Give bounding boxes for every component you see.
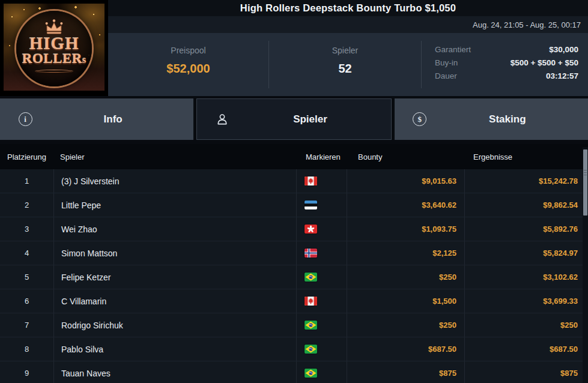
canada-flag-icon xyxy=(305,176,317,185)
player-name-cell: Rodrigo Sirichuk xyxy=(54,313,297,337)
brazil-flag-icon xyxy=(305,273,317,282)
tab-spieler-label: Spieler xyxy=(229,113,390,125)
prizepool-value: $52,000 xyxy=(166,62,210,76)
info-icon: i xyxy=(18,112,32,127)
rank-cell: 5 xyxy=(0,265,54,289)
result-cell: $15,242.78 xyxy=(465,169,583,193)
tab-staking[interactable]: $ Staking xyxy=(395,98,588,140)
player-name-cell: Tauan Naves xyxy=(54,361,297,383)
bounty-cell: $687.50 xyxy=(347,337,465,361)
high-rollers-logo: HIGH ROLLERs xyxy=(0,0,108,96)
column-header-ergebnisse: Ergebnisse xyxy=(473,147,512,169)
result-cell: $875 xyxy=(465,361,583,383)
duration-value: 03:12:57 xyxy=(546,71,578,80)
canada-flag-icon xyxy=(305,297,317,306)
player-name-cell: Wei Zhao xyxy=(54,217,297,241)
tab-spieler[interactable]: Spieler xyxy=(196,98,391,140)
table-row[interactable]: 4Simon Mattson$2,125$5,824.97 xyxy=(0,241,583,265)
column-header-markieren: Markieren xyxy=(306,147,341,169)
player-name-cell: Felipe Ketzer xyxy=(54,265,297,289)
tab-info[interactable]: i Info xyxy=(0,98,193,140)
guaranteed-row: Garantiert $30,000 xyxy=(435,43,578,56)
bounty-cell: $1,093.75 xyxy=(347,217,465,241)
title-bar: High Rollers Deepstack Bounty Turbo $1,0… xyxy=(108,0,588,16)
buyin-value: $500 + $500 + $50 xyxy=(511,58,578,67)
rank-cell: 7 xyxy=(0,313,54,337)
table-row[interactable]: 8Pablo Silva$687.50$687.50 xyxy=(0,337,583,361)
table-row[interactable]: 5Felipe Ketzer$250$3,102.62 xyxy=(0,265,583,289)
player-name-cell: (3) J Silverstein xyxy=(54,169,297,193)
rank-cell: 2 xyxy=(0,193,54,217)
hongkong-flag-icon xyxy=(305,225,317,234)
brazil-flag-icon xyxy=(305,369,317,378)
result-cell: $9,862.54 xyxy=(465,193,583,217)
result-cell: $5,824.97 xyxy=(465,241,583,265)
country-flag-cell xyxy=(297,313,347,337)
country-flag-cell xyxy=(297,361,347,383)
result-cell: $3,699.33 xyxy=(465,289,583,313)
logo-badge: HIGH ROLLERs xyxy=(16,11,92,86)
brazil-flag-icon xyxy=(305,321,317,330)
country-flag-cell xyxy=(297,265,347,289)
rank-cell: 8 xyxy=(0,337,54,361)
prizepool-stat: Preispool $52,000 xyxy=(108,33,268,96)
tab-bar: i Info Spieler $ Staking xyxy=(0,98,588,140)
norway-flag-icon xyxy=(305,249,317,258)
tournament-window: HIGH ROLLERs High Rollers Deepstack Boun… xyxy=(0,0,588,383)
logo-flourish xyxy=(35,70,73,73)
tournament-details: Garantiert $30,000 Buy-in $500 + $500 + … xyxy=(422,33,588,96)
prizepool-label: Preispool xyxy=(171,46,205,55)
rank-cell: 4 xyxy=(0,241,54,265)
players-value: 52 xyxy=(338,62,351,76)
bounty-cell: $250 xyxy=(347,313,465,337)
duration-label: Dauer xyxy=(435,71,457,80)
result-cell: $3,102.62 xyxy=(465,265,583,289)
country-flag-cell xyxy=(297,337,347,361)
tab-staking-label: Staking xyxy=(427,113,588,125)
player-name-cell: Pablo Silva xyxy=(54,337,297,361)
rank-cell: 9 xyxy=(0,361,54,383)
country-flag-cell xyxy=(297,241,347,265)
rank-cell: 6 xyxy=(0,289,54,313)
date-bar: Aug. 24, 21:05 - Aug. 25, 00:17 xyxy=(108,16,588,33)
player-name-cell: C Villamarin xyxy=(54,289,297,313)
scrollbar-grip xyxy=(584,170,587,177)
player-name-cell: Simon Mattson xyxy=(54,241,297,265)
table-row[interactable]: 3Wei Zhao$1,093.75$5,892.76 xyxy=(0,217,583,241)
logo-text-rollers: ROLLERs xyxy=(22,52,86,67)
column-header-spieler: Spieler xyxy=(60,147,84,169)
country-flag-cell xyxy=(297,193,347,217)
results-table: 1(3) J Silverstein$9,015.63$15,242.782Li… xyxy=(0,169,583,383)
duration-row: Dauer 03:12:57 xyxy=(435,69,578,82)
bounty-cell: $2,125 xyxy=(347,241,465,265)
bounty-cell: $1,500 xyxy=(347,289,465,313)
bounty-cell: $3,640.62 xyxy=(347,193,465,217)
table-row[interactable]: 9Tauan Naves$875$875 xyxy=(0,361,583,383)
table-row[interactable]: 2Little Pepe$3,640.62$9,862.54 xyxy=(0,193,583,217)
players-label: Spieler xyxy=(332,46,359,55)
country-flag-cell xyxy=(297,169,347,193)
column-header-bounty: Bounty xyxy=(358,147,382,169)
rank-cell: 3 xyxy=(0,217,54,241)
result-cell: $5,892.76 xyxy=(465,217,583,241)
buyin-row: Buy-in $500 + $500 + $50 xyxy=(435,56,578,69)
table-row[interactable]: 7Rodrigo Sirichuk$250$250 xyxy=(0,313,583,337)
tournament-date-range: Aug. 24, 21:05 - Aug. 25, 00:17 xyxy=(473,20,581,29)
logo-text-high: HIGH xyxy=(29,35,79,52)
result-cell: $687.50 xyxy=(465,337,583,361)
tab-info-label: Info xyxy=(32,113,193,125)
table-header: Platzierung Spieler Markieren Bounty Erg… xyxy=(0,144,588,169)
table-row[interactable]: 6C Villamarin$1,500$3,699.33 xyxy=(0,289,583,313)
players-stat: Spieler 52 xyxy=(269,33,421,96)
person-icon xyxy=(215,112,229,127)
logo-background: HIGH ROLLERs xyxy=(4,4,105,91)
country-flag-cell xyxy=(297,289,347,313)
estonia-flag-icon xyxy=(305,201,317,210)
brazil-flag-icon xyxy=(305,345,317,354)
table-row[interactable]: 1(3) J Silverstein$9,015.63$15,242.78 xyxy=(0,169,583,193)
guaranteed-label: Garantiert xyxy=(435,45,471,54)
table-scrollbar[interactable] xyxy=(583,147,588,383)
stats-panel: Preispool $52,000 Spieler 52 Garantiert … xyxy=(108,33,588,96)
guaranteed-value: $30,000 xyxy=(549,45,578,54)
scrollbar-thumb[interactable] xyxy=(583,149,587,216)
